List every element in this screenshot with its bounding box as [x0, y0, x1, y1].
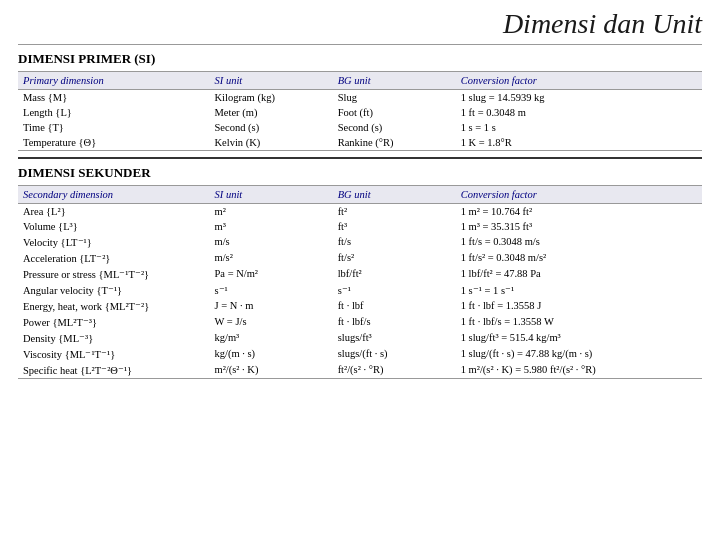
- section2-title: DIMENSI SEKUNDER: [18, 165, 702, 181]
- cell-conv: 1 m³ = 35.315 ft³: [456, 219, 702, 234]
- cell-primary: Temperature {Θ}: [18, 135, 210, 151]
- cell-bg: slugs/(ft · s): [333, 346, 456, 362]
- cell-si: J = N · m: [210, 298, 333, 314]
- table-row: Area {L²} m² ft² 1 m² = 10.764 ft²: [18, 204, 702, 220]
- cell-conv: 1 s⁻¹ = 1 s⁻¹: [456, 282, 702, 298]
- primer-header-row: Primary dimension SI unit BG unit Conver…: [18, 72, 702, 90]
- cell-primary: Viscosity {ML⁻¹T⁻¹}: [18, 346, 210, 362]
- cell-si: Meter (m): [210, 105, 333, 120]
- cell-conv: 1 slug/(ft · s) = 47.88 kg/(m · s): [456, 346, 702, 362]
- table-row: Viscosity {ML⁻¹T⁻¹} kg/(m · s) slugs/(ft…: [18, 346, 702, 362]
- sekunder-table: Secondary dimension SI unit BG unit Conv…: [18, 185, 702, 379]
- table-row: Velocity {LT⁻¹} m/s ft/s 1 ft/s = 0.3048…: [18, 234, 702, 250]
- table-row: Energy, heat, work {ML²T⁻²} J = N · m ft…: [18, 298, 702, 314]
- header-conv-factor: Conversion factor: [456, 72, 702, 90]
- header2-bg-unit: BG unit: [333, 186, 456, 204]
- table-row: Angular velocity {T⁻¹} s⁻¹ s⁻¹ 1 s⁻¹ = 1…: [18, 282, 702, 298]
- cell-bg: ft · lbf/s: [333, 314, 456, 330]
- cell-si: s⁻¹: [210, 282, 333, 298]
- table-row: Time {T} Second (s) Second (s) 1 s = 1 s: [18, 120, 702, 135]
- cell-bg: ft²: [333, 204, 456, 220]
- cell-conv: 1 lbf/ft² = 47.88 Pa: [456, 266, 702, 282]
- cell-si: Pa = N/m²: [210, 266, 333, 282]
- cell-primary: Specific heat {L²T⁻²Θ⁻¹}: [18, 362, 210, 379]
- cell-bg: ft²/(s² · °R): [333, 362, 456, 379]
- table-row: Density {ML⁻³} kg/m³ slugs/ft³ 1 slug/ft…: [18, 330, 702, 346]
- table-row: Length {L} Meter (m) Foot (ft) 1 ft = 0.…: [18, 105, 702, 120]
- cell-si: Kelvin (K): [210, 135, 333, 151]
- cell-si: kg/(m · s): [210, 346, 333, 362]
- table-row: Temperature {Θ} Kelvin (K) Rankine (°R) …: [18, 135, 702, 151]
- cell-primary: Angular velocity {T⁻¹}: [18, 282, 210, 298]
- header2-secondary-dim: Secondary dimension: [18, 186, 210, 204]
- cell-conv: 1 ft · lbf/s = 1.3558 W: [456, 314, 702, 330]
- cell-si: kg/m³: [210, 330, 333, 346]
- cell-primary: Time {T}: [18, 120, 210, 135]
- cell-primary: Pressure or stress {ML⁻¹T⁻²}: [18, 266, 210, 282]
- cell-primary: Mass {M}: [18, 90, 210, 106]
- cell-primary: Density {ML⁻³}: [18, 330, 210, 346]
- cell-conv: 1 slug = 14.5939 kg: [456, 90, 702, 106]
- cell-primary: Area {L²}: [18, 204, 210, 220]
- cell-primary: Volume {L³}: [18, 219, 210, 234]
- cell-bg: Second (s): [333, 120, 456, 135]
- cell-bg: lbf/ft²: [333, 266, 456, 282]
- cell-bg: ft · lbf: [333, 298, 456, 314]
- cell-bg: Foot (ft): [333, 105, 456, 120]
- table-row: Volume {L³} m³ ft³ 1 m³ = 35.315 ft³: [18, 219, 702, 234]
- page-title: Dimensi dan Unit: [18, 0, 702, 45]
- cell-bg: Rankine (°R): [333, 135, 456, 151]
- cell-conv: 1 s = 1 s: [456, 120, 702, 135]
- cell-primary: Power {ML²T⁻³}: [18, 314, 210, 330]
- cell-primary: Length {L}: [18, 105, 210, 120]
- cell-primary: Velocity {LT⁻¹}: [18, 234, 210, 250]
- sekunder-header-row: Secondary dimension SI unit BG unit Conv…: [18, 186, 702, 204]
- cell-si: m²/(s² · K): [210, 362, 333, 379]
- section1-title: DIMENSI PRIMER (SI): [18, 51, 702, 67]
- cell-bg: ft/s: [333, 234, 456, 250]
- table-row: Power {ML²T⁻³} W = J/s ft · lbf/s 1 ft ·…: [18, 314, 702, 330]
- cell-si: m/s²: [210, 250, 333, 266]
- cell-conv: 1 slug/ft³ = 515.4 kg/m³: [456, 330, 702, 346]
- cell-primary: Acceleration {LT⁻²}: [18, 250, 210, 266]
- section-divider: [18, 157, 702, 159]
- header2-si-unit: SI unit: [210, 186, 333, 204]
- table-row: Pressure or stress {ML⁻¹T⁻²} Pa = N/m² l…: [18, 266, 702, 282]
- cell-conv: 1 m² = 10.764 ft²: [456, 204, 702, 220]
- cell-bg: slugs/ft³: [333, 330, 456, 346]
- cell-conv: 1 K = 1.8°R: [456, 135, 702, 151]
- cell-conv: 1 ft/s² = 0.3048 m/s²: [456, 250, 702, 266]
- cell-primary: Energy, heat, work {ML²T⁻²}: [18, 298, 210, 314]
- table-row: Mass {M} Kilogram (kg) Slug 1 slug = 14.…: [18, 90, 702, 106]
- cell-conv: 1 ft/s = 0.3048 m/s: [456, 234, 702, 250]
- page: Dimensi dan Unit DIMENSI PRIMER (SI) Pri…: [0, 0, 720, 540]
- cell-conv: 1 ft · lbf = 1.3558 J: [456, 298, 702, 314]
- title-text: Dimensi dan Unit: [503, 8, 702, 39]
- cell-conv: 1 ft = 0.3048 m: [456, 105, 702, 120]
- cell-si: m²: [210, 204, 333, 220]
- cell-si: m³: [210, 219, 333, 234]
- cell-si: m/s: [210, 234, 333, 250]
- cell-conv: 1 m²/(s² · K) = 5.980 ft²/(s² · °R): [456, 362, 702, 379]
- cell-si: Second (s): [210, 120, 333, 135]
- table-row: Acceleration {LT⁻²} m/s² ft/s² 1 ft/s² =…: [18, 250, 702, 266]
- header2-conv-factor: Conversion factor: [456, 186, 702, 204]
- cell-bg: ft³: [333, 219, 456, 234]
- header-primary-dim: Primary dimension: [18, 72, 210, 90]
- cell-bg: ft/s²: [333, 250, 456, 266]
- table-row: Specific heat {L²T⁻²Θ⁻¹} m²/(s² · K) ft²…: [18, 362, 702, 379]
- header-bg-unit: BG unit: [333, 72, 456, 90]
- primer-table: Primary dimension SI unit BG unit Conver…: [18, 71, 702, 151]
- cell-si: Kilogram (kg): [210, 90, 333, 106]
- header-si-unit: SI unit: [210, 72, 333, 90]
- cell-bg: Slug: [333, 90, 456, 106]
- cell-bg: s⁻¹: [333, 282, 456, 298]
- cell-si: W = J/s: [210, 314, 333, 330]
